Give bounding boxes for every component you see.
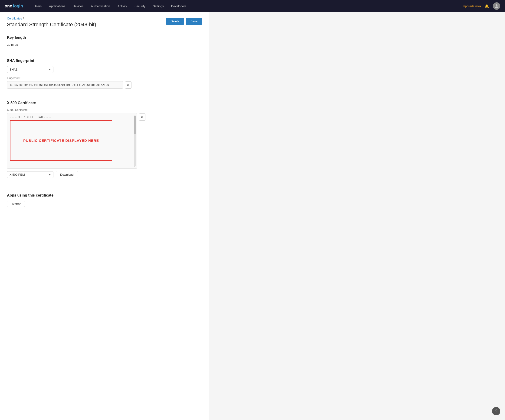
upgrade-button[interactable]: Upgrade now — [463, 4, 481, 8]
page-title: Standard Strength Certificate (2048-bit) — [7, 22, 96, 28]
x509-label: X.509 Certificate — [7, 108, 202, 112]
logo[interactable]: onelogin — [5, 4, 23, 9]
copy-icon: ⧉ — [127, 83, 129, 87]
nav-authentication[interactable]: Authentication — [87, 0, 114, 12]
fingerprint-copy-button[interactable]: ⧉ — [125, 81, 132, 89]
bell-icon[interactable]: 🔔 — [485, 4, 489, 8]
key-length-value: 2048-bit — [7, 43, 202, 46]
sha-select-wrapper: SHA1 SHA256 ▼ — [7, 66, 53, 73]
nav-activity[interactable]: Activity — [114, 0, 131, 12]
apps-title: Apps using this certificate — [7, 193, 202, 198]
cert-textarea-wrapper: -----BEGIN CERTIFICATE----- PUBLIC CERTI… — [7, 113, 202, 169]
delete-button[interactable]: Delete — [166, 18, 184, 25]
app-tag-fivetran[interactable]: Fivetran — [7, 201, 25, 207]
nav-applications[interactable]: Applications — [45, 0, 69, 12]
cert-public-label: PUBLIC CERTIFICATE DISPLAYED HERE — [23, 139, 99, 142]
header-actions: Delete Save — [166, 18, 202, 25]
divider-3 — [7, 186, 202, 186]
nav: Users Applications Devices Authenticatio… — [30, 0, 463, 12]
help-button[interactable]: ? — [492, 407, 500, 415]
format-select-wrapper: X.509 PEM X.509 DER PKCS#7 PEM PKCS#7 DE… — [7, 171, 53, 178]
avatar[interactable] — [493, 2, 500, 10]
header-left: Certificates / Standard Strength Certifi… — [7, 17, 96, 33]
key-length-section: Key length 2048-bit — [7, 36, 202, 46]
logo-one: one — [5, 4, 12, 9]
navbar-right: Upgrade now 🔔 — [463, 2, 500, 10]
divider-2 — [7, 96, 202, 96]
cert-scrollbar-thumb — [134, 116, 136, 134]
help-icon: ? — [495, 409, 497, 413]
breadcrumb-link[interactable]: Certificates — [7, 17, 22, 20]
key-length-title: Key length — [7, 36, 202, 40]
breadcrumb: Certificates / — [7, 17, 96, 20]
navbar: onelogin Users Applications Devices Auth… — [0, 0, 505, 12]
sha-fingerprint-section: SHA fingerprint SHA1 SHA256 ▼ Fingerprin… — [7, 59, 202, 89]
cert-scrollbar[interactable] — [134, 116, 136, 166]
download-button[interactable]: Download — [56, 171, 78, 178]
save-button[interactable]: Save — [186, 18, 202, 25]
breadcrumb-separator: / — [23, 17, 24, 20]
sha-fingerprint-title: SHA fingerprint — [7, 59, 202, 63]
cert-box[interactable]: -----BEGIN CERTIFICATE----- PUBLIC CERTI… — [7, 113, 137, 169]
cert-container: -----BEGIN CERTIFICATE----- PUBLIC CERTI… — [7, 113, 137, 169]
nav-developers[interactable]: Developers — [167, 0, 190, 12]
nav-settings[interactable]: Settings — [149, 0, 167, 12]
nav-security[interactable]: Security — [131, 0, 149, 12]
fingerprint-value: 8E:37:8F:04:42:4F:61:5E:B5:C3:20:1D:F7:E… — [7, 81, 123, 89]
divider-1 — [7, 54, 202, 54]
sha-select[interactable]: SHA1 SHA256 — [7, 66, 53, 73]
cert-resize-handle[interactable]: ⊿ — [133, 165, 136, 168]
download-row: X.509 PEM X.509 DER PKCS#7 PEM PKCS#7 DE… — [7, 171, 202, 178]
main-content: Certificates / Standard Strength Certifi… — [0, 12, 209, 420]
nav-devices[interactable]: Devices — [69, 0, 87, 12]
cert-copy-button[interactable]: ⧉ — [139, 113, 145, 121]
format-select[interactable]: X.509 PEM X.509 DER PKCS#7 PEM PKCS#7 DE… — [7, 171, 53, 178]
cert-public-display: PUBLIC CERTIFICATE DISPLAYED HERE — [10, 120, 112, 161]
fingerprint-label: Fingerprint — [7, 77, 202, 80]
header-row: Certificates / Standard Strength Certifi… — [7, 17, 202, 33]
x509-title: X.509 Certificate — [7, 101, 202, 105]
nav-users[interactable]: Users — [30, 0, 45, 12]
fingerprint-row: 8E:37:8F:04:42:4F:61:5E:B5:C3:20:1D:F7:E… — [7, 81, 202, 89]
cert-copy-icon: ⧉ — [141, 115, 143, 119]
logo-login: login — [13, 4, 23, 9]
x509-section: X.509 Certificate X.509 Certificate ----… — [7, 101, 202, 178]
cert-begin-text: -----BEGIN CERTIFICATE----- — [10, 116, 51, 118]
apps-section: Apps using this certificate Fivetran — [7, 193, 202, 207]
